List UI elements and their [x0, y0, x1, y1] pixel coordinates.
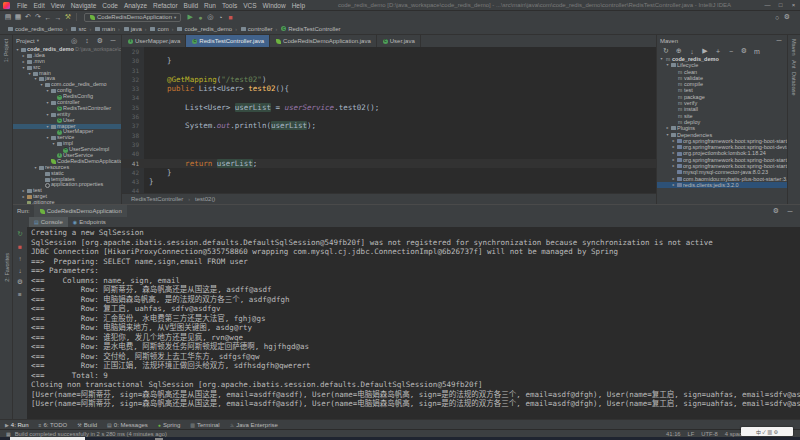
toolwindow-spring[interactable]: ●Spring [158, 422, 180, 428]
reimport-maven-icon[interactable]: ↻ [661, 46, 671, 56]
ime-toolbar[interactable]: 中 ✓ ▦ ⚙ [741, 427, 793, 436]
tree-arrow-icon[interactable]: ▾ [665, 62, 670, 68]
collapse-all-icon[interactable]: − [726, 46, 736, 56]
menu-navigate[interactable]: Navigate [68, 2, 100, 9]
build-icon[interactable]: ⚒ [63, 12, 73, 22]
tree-arrow-icon[interactable]: ▸ [671, 182, 676, 188]
settings-icon[interactable]: ⚙ [782, 12, 792, 22]
close-icon[interactable]: × [787, 2, 800, 8]
rerun-icon[interactable]: ↻ [15, 230, 25, 238]
project-tree-item[interactable]: ▾code_redis_demo D:\java_workspace\code_… [13, 47, 121, 53]
tree-arrow-icon[interactable]: ▾ [15, 47, 20, 53]
tree-arrow-icon[interactable]: ▾ [39, 82, 44, 88]
panel-settings-icon[interactable]: ⚙ [95, 36, 105, 46]
menu-window[interactable]: Window [260, 2, 289, 9]
editor-tab[interactable]: CodeRedisDemoApplication.java [270, 35, 377, 47]
menu-analyze[interactable]: Analyze [121, 2, 150, 9]
run-view-tab-console[interactable]: ▤Console [29, 217, 68, 227]
breadcrumb-item[interactable]: code_redis_demo [6, 26, 64, 32]
breadcrumb-item[interactable]: main [93, 26, 116, 32]
stop-icon[interactable]: ■ [15, 242, 25, 250]
toolwindow-build[interactable]: ⚒Build [77, 422, 97, 428]
menu-file[interactable]: File [14, 2, 30, 9]
stop-icon[interactable]: ■ [225, 12, 235, 22]
breadcrumb-method[interactable]: test02() [195, 196, 215, 202]
undo-icon[interactable]: ↶ [23, 12, 33, 22]
sidebar-tab-maven[interactable]: Maven [791, 39, 797, 56]
editor-tab[interactable]: IUserMapper.java [122, 35, 186, 47]
tree-arrow-icon[interactable]: ▸ [671, 163, 676, 169]
scroll-down-icon[interactable]: ↓ [15, 266, 25, 274]
hide-panel-icon[interactable]: ─ [774, 36, 784, 46]
expand-all-icon[interactable]: + [713, 46, 723, 56]
tree-arrow-icon[interactable]: ▾ [45, 100, 50, 106]
status-file-encoding[interactable]: UTF-8 [701, 431, 717, 437]
breadcrumb-item[interactable]: com [148, 26, 169, 32]
console-output[interactable]: Creating a new SqlSessionSqlSession [org… [27, 227, 800, 419]
sidebar-tab-project[interactable]: 1: Project [3, 39, 9, 62]
sidebar-tab-ant[interactable]: Ant [791, 60, 797, 68]
toolwindow-run[interactable]: ▶4: Run [5, 422, 29, 428]
editor-tab[interactable]: CRedisTestController.java [186, 35, 270, 47]
debug-icon[interactable]: ● [195, 12, 205, 22]
menu-edit[interactable]: Edit [30, 2, 47, 9]
menu-refactor[interactable]: Refactor [150, 2, 181, 9]
tree-arrow-icon[interactable]: ▾ [45, 88, 50, 94]
download-sources-icon[interactable]: ↓ [687, 46, 697, 56]
toolwindow-messages[interactable]: ▤0: Messages [107, 422, 148, 428]
console-settings-icon[interactable]: ⚙ [15, 278, 25, 286]
toolwindow-switcher-icon[interactable]: ▦ [6, 431, 11, 437]
run-view-tab-endpoints[interactable]: ◉Endpoints [68, 217, 111, 227]
tree-arrow-icon[interactable]: ▾ [45, 124, 50, 130]
toolwindow-terminal[interactable]: ▥Terminal [190, 422, 219, 428]
tree-arrow-icon[interactable]: ▾ [33, 165, 38, 171]
redo-icon[interactable]: ↷ [33, 12, 43, 22]
sidebar-tab-database[interactable]: Database [791, 72, 797, 96]
hide-panel-icon[interactable]: ─ [785, 206, 795, 216]
run-configuration-select[interactable]: CodeRedisDemoApplication ▾ [84, 13, 181, 22]
project-panel-title[interactable]: Project [16, 38, 35, 44]
minimize-icon[interactable]: — [761, 2, 774, 8]
menu-tools[interactable]: Tools [219, 2, 240, 9]
run-settings-icon[interactable]: ⚙ [771, 206, 781, 216]
menu-help[interactable]: Help [289, 2, 308, 9]
menu-run[interactable]: Run [201, 2, 219, 9]
hide-panel-icon[interactable]: ─ [108, 36, 118, 46]
tree-arrow-icon[interactable]: ▾ [21, 65, 26, 71]
breadcrumb-item[interactable]: CRedisTestController [279, 26, 341, 32]
generate-sources-icon[interactable]: ⊕ [674, 46, 684, 56]
run-maven-goal-icon[interactable]: ▶ [700, 46, 710, 56]
back-icon[interactable]: ← [43, 12, 53, 22]
execute-goal-icon[interactable]: m [752, 46, 762, 56]
menu-code[interactable]: Code [99, 2, 121, 9]
run-icon[interactable]: ▶ [185, 12, 195, 22]
toolwindow-java-enterprise[interactable]: ♨Java Enterprise [230, 422, 278, 428]
maximize-icon[interactable]: □ [774, 2, 787, 8]
tree-arrow-icon[interactable]: ▾ [45, 112, 50, 118]
profiler-icon[interactable]: ◔ [215, 12, 225, 22]
menu-vcs[interactable]: VCS [240, 2, 259, 9]
search-everywhere-icon[interactable]: ○ [772, 12, 782, 22]
sidebar-tab-favorites[interactable]: 2: Favorites [4, 253, 10, 282]
coverage-icon[interactable]: ◎ [205, 12, 215, 22]
run-configuration-tab[interactable]: CodeRedisDemoApplication [34, 205, 127, 217]
tree-arrow-icon[interactable]: ▾ [51, 141, 56, 147]
tree-arrow-icon[interactable]: ▾ [27, 71, 32, 77]
menu-build[interactable]: Build [181, 2, 201, 9]
tree-arrow-icon[interactable]: ▾ [45, 135, 50, 141]
maven-settings-icon[interactable]: ⚙ [739, 46, 749, 56]
status-caret-position[interactable]: 41:16 [666, 431, 681, 437]
code-editor[interactable]: 2930 }3132 @GetMapping("/test02")33 publ… [122, 47, 656, 193]
editor-tab[interactable]: CUser.java [377, 35, 421, 47]
forward-icon[interactable]: → [53, 12, 63, 22]
clear-console-icon[interactable]: ≡ [15, 290, 25, 298]
status-line-ending[interactable]: LF [688, 431, 695, 437]
tree-arrow-icon[interactable]: ▾ [665, 132, 670, 138]
tree-arrow-icon[interactable]: ▾ [659, 56, 664, 62]
maven-tree-item[interactable]: ▸redis.clients:jedis:3.2.0 [657, 182, 787, 188]
breadcrumb-item[interactable]: java [122, 26, 143, 32]
save-all-icon[interactable]: ▦ [13, 12, 23, 22]
breadcrumb-item[interactable]: controller [239, 26, 274, 32]
collapse-all-icon[interactable]: ↕ [82, 36, 92, 46]
toolwindow-todo[interactable]: ≡6: TODO [39, 422, 68, 428]
